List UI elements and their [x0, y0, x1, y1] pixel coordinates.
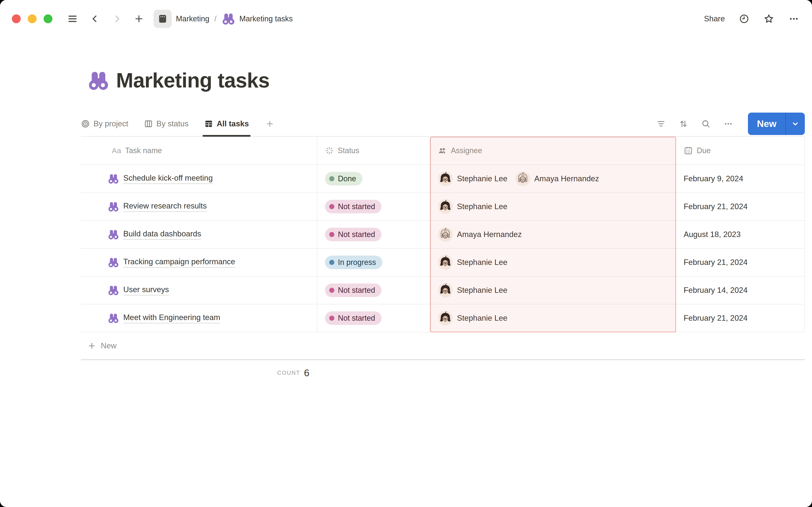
assignee-cell[interactable]: Stephanie Lee [430, 249, 676, 276]
search-icon[interactable] [701, 119, 711, 129]
close-window-button[interactable] [12, 14, 21, 23]
table-icon [204, 119, 213, 128]
view-actions: New [656, 113, 805, 135]
zoom-window-button[interactable] [44, 14, 52, 23]
marketing-teamspace-icon[interactable] [154, 10, 172, 28]
assignee-name: Stephanie Lee [457, 258, 507, 267]
assignee-cell[interactable]: Stephanie LeeAmaya Hernandez [430, 165, 676, 192]
status-cell[interactable]: Done [317, 165, 430, 192]
assignee-cell[interactable]: Stephanie Lee [430, 193, 676, 220]
due-date: February 14, 2024 [683, 286, 748, 295]
new-page-icon[interactable] [134, 14, 144, 24]
table-row[interactable]: User surveys Not started Stephanie Lee F… [81, 277, 805, 304]
filter-icon[interactable] [656, 119, 666, 129]
task-title[interactable]: Meet with Engineering team [123, 313, 220, 324]
binoculars-icon [108, 257, 119, 268]
binoculars-icon [108, 229, 119, 240]
status-dot [329, 288, 334, 293]
board-icon [144, 119, 153, 128]
column-header-status[interactable]: Status [317, 137, 430, 165]
forward-icon[interactable] [112, 14, 122, 24]
task-name-cell[interactable]: Review research results [81, 193, 317, 220]
chevron-down-icon [791, 120, 800, 128]
tab-by-status[interactable]: By status [144, 111, 189, 136]
due-date-cell[interactable]: February 21, 2024 [676, 249, 805, 276]
tab-all-tasks[interactable]: All tasks [204, 111, 249, 136]
assignee-name: Stephanie Lee [457, 314, 507, 323]
task-title[interactable]: Review research results [123, 202, 207, 212]
assignee-name: Amaya Hernandez [457, 230, 522, 239]
task-title[interactable]: Schedule kick-off meeting [123, 174, 213, 184]
due-date-cell[interactable]: February 21, 2024 [676, 193, 805, 220]
plus-icon [87, 341, 96, 350]
status-cell[interactable]: Not started [317, 277, 430, 304]
minimize-window-button[interactable] [28, 14, 37, 23]
calendar-icon [683, 146, 693, 155]
status-dot [329, 316, 334, 321]
tab-by-project[interactable]: By project [81, 111, 129, 136]
task-name-cell[interactable]: Meet with Engineering team [81, 304, 317, 332]
task-title[interactable]: Build data dashboards [123, 229, 201, 240]
sidebar-menu-icon[interactable] [67, 13, 78, 24]
column-header-task-name[interactable]: Aa Task name [81, 137, 317, 165]
status-cell[interactable]: Not started [317, 221, 430, 248]
count-value[interactable]: 6 [304, 367, 309, 379]
assignee-chip: Stephanie Lee [438, 171, 507, 186]
due-date-cell[interactable]: February 9, 2024 [676, 165, 805, 192]
favorite-star-icon[interactable] [763, 13, 774, 24]
task-name-cell[interactable]: User surveys [81, 277, 317, 304]
page-binoculars-icon[interactable] [87, 69, 109, 92]
assignee-cell[interactable]: Amaya Hernandez [430, 221, 676, 248]
table-row[interactable]: Schedule kick-off meeting Done Stephanie… [81, 165, 805, 193]
column-header-due[interactable]: Due [676, 137, 805, 165]
table-row[interactable]: Review research results Not started Step… [81, 193, 805, 221]
avatar-amaya-hernandez [515, 171, 530, 186]
tab-label: By status [156, 119, 189, 128]
share-button[interactable]: Share [704, 14, 725, 23]
view-more-options-icon[interactable] [723, 119, 733, 129]
new-button[interactable]: New [748, 113, 785, 135]
avatar-stephanie-lee [438, 171, 453, 186]
table-body: Schedule kick-off meeting Done Stephanie… [81, 165, 805, 332]
task-title[interactable]: User surveys [123, 285, 169, 295]
tab-label: All tasks [217, 119, 249, 128]
task-name-cell[interactable]: Tracking campaign performance [81, 249, 317, 276]
notion-window: Marketing / Marketing tasks Share [0, 0, 812, 507]
new-row-button[interactable]: New [81, 332, 805, 360]
view-tabs: By project By status All tasks [81, 111, 274, 136]
avatar-stephanie-lee [438, 311, 453, 326]
task-name-cell[interactable]: Schedule kick-off meeting [81, 165, 317, 192]
breadcrumb-teamspace[interactable]: Marketing [176, 14, 209, 23]
sort-icon[interactable] [678, 119, 688, 129]
status-cell[interactable]: Not started [317, 304, 430, 332]
tab-label: By project [94, 119, 129, 128]
column-header-assignee[interactable]: Assignee [430, 137, 676, 165]
task-name-cell[interactable]: Build data dashboards [81, 221, 317, 248]
due-date-cell[interactable]: February 14, 2024 [676, 277, 805, 304]
due-date-cell[interactable]: February 21, 2024 [676, 304, 805, 332]
plus-icon [265, 119, 274, 128]
back-icon[interactable] [90, 14, 100, 24]
task-title[interactable]: Tracking campaign performance [123, 257, 235, 268]
add-view-button[interactable] [265, 111, 274, 136]
assignee-chip: Stephanie Lee [438, 283, 507, 298]
status-cell[interactable]: Not started [317, 193, 430, 220]
due-date-cell[interactable]: August 18, 2023 [676, 221, 805, 248]
breadcrumb: Marketing / Marketing tasks [154, 10, 293, 28]
status-spinner-icon [325, 146, 334, 155]
avatar-stephanie-lee [438, 283, 453, 298]
page-title-text[interactable]: Marketing tasks [116, 68, 270, 92]
more-options-icon[interactable] [788, 13, 799, 24]
new-button-dropdown[interactable] [785, 113, 805, 135]
assignee-cell[interactable]: Stephanie Lee [430, 277, 676, 304]
breadcrumb-page[interactable]: Marketing tasks [239, 14, 293, 23]
assignee-cell[interactable]: Stephanie Lee [430, 304, 676, 332]
table-row[interactable]: Meet with Engineering team Not started S… [81, 304, 805, 332]
table-row[interactable]: Build data dashboards Not started Amaya … [81, 221, 805, 249]
table-row[interactable]: Tracking campaign performance In progres… [81, 249, 805, 277]
assignee-chip: Stephanie Lee [438, 311, 507, 326]
status-dot [329, 176, 334, 181]
status-cell[interactable]: In progress [317, 249, 430, 276]
assignee-name: Stephanie Lee [457, 286, 507, 295]
updates-clock-icon[interactable] [739, 13, 749, 24]
